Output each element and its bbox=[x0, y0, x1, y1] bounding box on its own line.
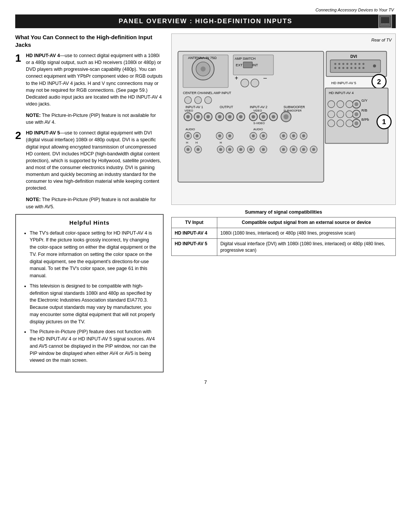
svg-point-120 bbox=[186, 148, 190, 151]
svg-point-38 bbox=[350, 67, 352, 69]
svg-point-105 bbox=[228, 134, 231, 137]
svg-rect-14 bbox=[243, 62, 252, 68]
svg-point-22 bbox=[205, 97, 212, 104]
svg-point-37 bbox=[346, 67, 348, 69]
svg-point-33 bbox=[362, 63, 364, 65]
item1-body: use to connect digital equipment with a … bbox=[26, 53, 162, 107]
svg-point-57 bbox=[328, 101, 335, 107]
item2-container: 2 HD INPUT-AV 5—use to connect digital e… bbox=[15, 129, 164, 192]
svg-text:ANTENNA IN 75Ω: ANTENNA IN 75Ω bbox=[188, 56, 217, 60]
svg-point-87 bbox=[262, 115, 265, 118]
svg-rect-0 bbox=[381, 17, 390, 24]
svg-point-81 bbox=[228, 115, 231, 118]
svg-point-29 bbox=[346, 63, 348, 65]
svg-point-124 bbox=[219, 148, 222, 151]
page-header: Connecting Accessory Devices to Your TV bbox=[15, 8, 396, 12]
svg-rect-25 bbox=[330, 60, 381, 72]
hint-item-1: The TV's default color-space setting for… bbox=[30, 230, 157, 280]
tv-svg-container: ANTENNA IN 75Ω AMP SWITCH EXT INT + – CE… bbox=[175, 44, 392, 201]
svg-point-42 bbox=[373, 64, 376, 67]
table-title: Summary of signal compatibilities bbox=[171, 209, 396, 215]
svg-text:G/Y: G/Y bbox=[362, 99, 368, 102]
item1-title: HD INPUT-AV 4 bbox=[26, 53, 60, 58]
item1-note-body: The Picture-in-Picture (PIP) feature is … bbox=[26, 113, 156, 125]
item2-number: 2 bbox=[15, 129, 24, 192]
page-number: 7 bbox=[15, 379, 396, 385]
svg-point-63 bbox=[328, 120, 335, 126]
svg-point-99 bbox=[186, 134, 190, 137]
svg-text:H: H bbox=[196, 141, 198, 144]
item2-title: HD INPUT-AV 5 bbox=[26, 130, 60, 136]
svg-point-61 bbox=[337, 111, 344, 118]
svg-point-28 bbox=[342, 63, 344, 65]
svg-point-40 bbox=[358, 67, 360, 69]
svg-text:–: – bbox=[263, 75, 267, 81]
svg-point-56 bbox=[354, 121, 358, 125]
svg-point-107 bbox=[252, 134, 255, 137]
svg-text:AUDIO: AUDIO bbox=[253, 128, 263, 131]
signal-table-section: Summary of signal compatibilities TV Inp… bbox=[171, 209, 396, 256]
svg-point-89 bbox=[272, 115, 275, 118]
svg-text:VIDEO: VIDEO bbox=[253, 109, 262, 112]
svg-text:INPUT-AV 2: INPUT-AV 2 bbox=[250, 105, 267, 109]
svg-text:HD INPUT-AV 5: HD INPUT-AV 5 bbox=[331, 81, 356, 85]
item2-note-label: NOTE: bbox=[26, 197, 41, 202]
svg-point-31 bbox=[354, 63, 356, 65]
svg-text:H: H bbox=[186, 141, 188, 144]
item2-content: HD INPUT-AV 5—use to connect digital equ… bbox=[26, 129, 164, 192]
item2-note-body: The Picture-in-Picture (PIP) feature is … bbox=[26, 197, 156, 209]
right-column: Rear of TV ANTENNA IN 75Ω AMP SWITCH EXT bbox=[171, 34, 396, 372]
svg-point-50 bbox=[354, 102, 358, 106]
svg-text:B/Pb: B/Pb bbox=[362, 118, 369, 121]
svg-point-136 bbox=[292, 148, 295, 151]
svg-point-73 bbox=[186, 115, 190, 118]
table-cell-signal-2: Digital visual interface (DVI) with 1080… bbox=[217, 239, 396, 256]
svg-point-34 bbox=[334, 67, 336, 69]
svg-point-59 bbox=[346, 101, 353, 107]
svg-point-122 bbox=[196, 148, 199, 151]
section-heading: What You Can Connect to the High-definit… bbox=[15, 34, 164, 48]
svg-point-79 bbox=[218, 115, 221, 118]
svg-point-130 bbox=[249, 148, 252, 151]
item2-emdash: — bbox=[60, 130, 65, 136]
svg-point-39 bbox=[354, 67, 356, 69]
svg-text:R/B: R/B bbox=[362, 109, 367, 112]
svg-point-83 bbox=[239, 115, 242, 118]
svg-point-58 bbox=[337, 101, 344, 107]
item1-note-label: NOTE: bbox=[26, 113, 41, 118]
svg-text:CENTER CHANNEL AMP INPUT: CENTER CHANNEL AMP INPUT bbox=[183, 91, 232, 95]
svg-point-65 bbox=[346, 120, 353, 126]
svg-point-32 bbox=[358, 63, 360, 65]
hint-item-3: The Picture-in-Picture (PIP) feature doe… bbox=[30, 328, 157, 364]
svg-point-134 bbox=[282, 148, 285, 151]
svg-point-35 bbox=[338, 67, 340, 69]
svg-point-128 bbox=[239, 148, 242, 151]
svg-point-77 bbox=[206, 115, 210, 118]
svg-point-17 bbox=[241, 79, 249, 87]
svg-point-27 bbox=[338, 63, 340, 65]
item1-number: 1 bbox=[15, 52, 24, 107]
svg-point-95 bbox=[284, 114, 288, 119]
svg-text:INPUT-AV 1: INPUT-AV 1 bbox=[185, 105, 203, 109]
svg-point-62 bbox=[346, 111, 353, 118]
item2-body: use to connect digital equipment with DV… bbox=[26, 130, 161, 191]
svg-point-111 bbox=[282, 134, 285, 137]
item1-container: 1 HD INPUT-AV 4—use to connect digital e… bbox=[15, 52, 164, 107]
svg-text:INT: INT bbox=[252, 63, 258, 67]
svg-point-60 bbox=[328, 111, 335, 118]
rear-of-tv-label: Rear of TV bbox=[175, 38, 392, 42]
hint-item-2: This television is designed to be compat… bbox=[30, 283, 157, 326]
svg-text:1: 1 bbox=[382, 118, 386, 126]
svg-point-109 bbox=[262, 134, 265, 137]
svg-text:DVI: DVI bbox=[350, 54, 357, 59]
svg-point-140 bbox=[312, 148, 315, 151]
svg-point-53 bbox=[354, 112, 358, 117]
svg-text:2: 2 bbox=[377, 78, 381, 86]
svg-text:SUBWOOFER: SUBWOOFER bbox=[284, 105, 305, 109]
svg-point-101 bbox=[196, 134, 199, 137]
item2-note: NOTE: The Picture-in-Picture (PIP) featu… bbox=[26, 196, 164, 210]
panel-title-bar: Panel Overview : High-definition Inputs bbox=[15, 14, 396, 28]
item1-emdash: — bbox=[60, 53, 65, 58]
svg-point-8 bbox=[201, 66, 206, 71]
left-column: What You Can Connect to the High-definit… bbox=[15, 34, 164, 372]
